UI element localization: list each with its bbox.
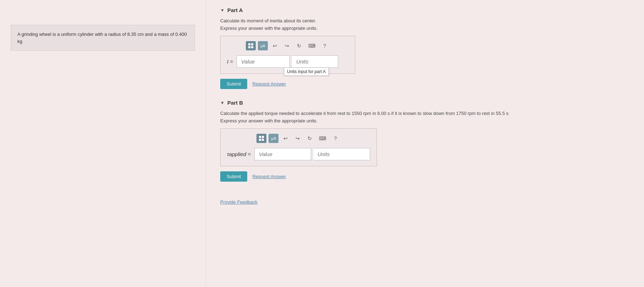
part-b-units-input[interactable] (313, 148, 370, 160)
part-b-mu-button[interactable]: μA (269, 134, 278, 143)
part-a-units-tooltip: Units input for part A (284, 67, 329, 76)
part-a-tooltip-text: Units input for part A (287, 69, 326, 74)
part-a-instruction: Calculate its moment of inertia about it… (220, 18, 630, 23)
part-b-subtext: Express your answer with the appropriate… (220, 118, 630, 123)
part-a-help-button[interactable]: ? (320, 41, 330, 50)
problem-box: A grinding wheel is a uniform cylinder w… (11, 25, 195, 51)
part-a-redo-button[interactable]: ↪ (282, 41, 292, 50)
part-b-action-row: Submit Request Answer (220, 171, 630, 182)
part-a-section: ▼ Part A Calculate its moment of inertia… (220, 7, 630, 89)
part-b-equation-label: τapplied = (227, 151, 251, 157)
part-a-answer-box: μA ↩ ↪ ↻ ⌨ ? I = Units input for part A (220, 36, 355, 74)
part-a-title: Part A (227, 7, 243, 13)
part-a-header[interactable]: ▼ Part A (220, 7, 630, 13)
part-a-equation-label: I = (227, 59, 233, 65)
grid-cell (248, 46, 250, 48)
part-b-section: ▼ Part B Calculate the applied torque ne… (220, 100, 630, 182)
grid-cell (262, 136, 264, 138)
part-b-input-row: τapplied = (227, 148, 370, 160)
problem-text-line1: A grinding wheel is a uniform cylinder w… (17, 32, 187, 37)
part-a-units-input[interactable] (292, 55, 338, 68)
part-b-help-button[interactable]: ? (330, 134, 340, 143)
part-a-undo-button[interactable]: ↩ (270, 41, 280, 50)
part-a-value-input[interactable] (237, 55, 290, 68)
part-b-title: Part B (227, 100, 243, 106)
grid-cell (259, 139, 261, 141)
part-a-grid-button[interactable] (246, 41, 256, 50)
part-a-refresh-button[interactable]: ↻ (294, 41, 304, 50)
part-b-instruction: Calculate the applied torque needed to a… (220, 111, 630, 116)
part-a-toolbar: μA ↩ ↪ ↻ ⌨ ? (227, 41, 348, 50)
grid-icon (259, 136, 264, 141)
part-b-submit-button[interactable]: Submit (220, 171, 247, 182)
grid-cell (251, 43, 253, 45)
part-a-chevron-icon: ▼ (220, 8, 224, 13)
provide-feedback-link[interactable]: Provide Feedback (220, 199, 258, 205)
part-a-submit-button[interactable]: Submit (220, 79, 247, 89)
part-b-request-link[interactable]: Request Answer (252, 174, 286, 179)
part-b-value-input[interactable] (254, 148, 311, 160)
left-panel: A grinding wheel is a uniform cylinder w… (0, 0, 206, 287)
grid-cell (248, 43, 250, 45)
part-a-action-row: Submit Request Answer (220, 79, 630, 89)
part-b-redo-button[interactable]: ↪ (293, 134, 303, 143)
grid-cell (259, 136, 261, 138)
part-a-request-link[interactable]: Request Answer (252, 81, 286, 87)
part-a-input-row: I = (227, 55, 348, 68)
part-b-grid-button[interactable] (256, 134, 266, 143)
right-panel: ▼ Part A Calculate its moment of inertia… (206, 0, 644, 287)
part-b-toolbar: μA ↩ ↪ ↻ ⌨ ? (227, 134, 370, 143)
grid-icon (248, 43, 253, 48)
part-b-answer-box: μA ↩ ↪ ↻ ⌨ ? τapplied = (220, 128, 377, 166)
part-b-header[interactable]: ▼ Part B (220, 100, 630, 106)
problem-text-line2: kg (17, 39, 22, 44)
part-b-refresh-button[interactable]: ↻ (305, 134, 315, 143)
grid-cell (251, 46, 253, 48)
part-a-keyboard-button[interactable]: ⌨ (306, 41, 318, 50)
part-a-subtext: Express your answer with the appropriate… (220, 26, 630, 31)
part-b-undo-button[interactable]: ↩ (281, 134, 291, 143)
part-a-mu-button[interactable]: μA (258, 41, 268, 50)
part-b-keyboard-button[interactable]: ⌨ (317, 134, 328, 143)
grid-cell (262, 139, 264, 141)
part-b-chevron-icon: ▼ (220, 100, 224, 105)
